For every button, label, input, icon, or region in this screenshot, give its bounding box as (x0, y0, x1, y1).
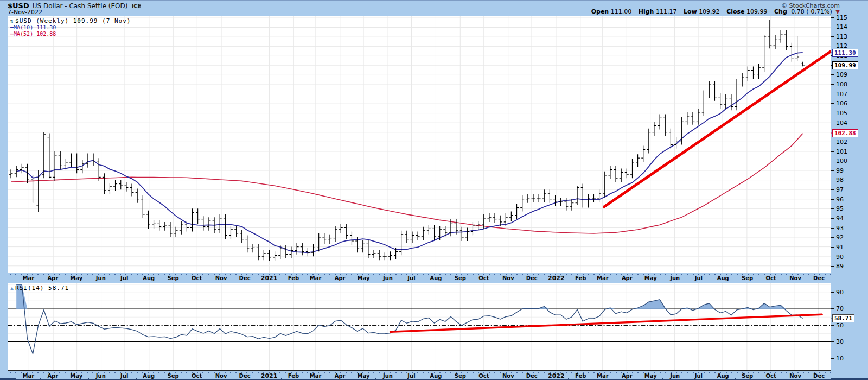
x-axis-month-label: May (65, 275, 88, 281)
x-axis-month-label: Apr (41, 373, 65, 379)
y-tick-label: 96 (836, 197, 844, 202)
y-tick-label: 70 (836, 306, 844, 312)
x-axis-month-label: Oct (185, 275, 209, 281)
chart-date: 7-Nov-2022 (8, 9, 42, 16)
x-axis-month-label: Jul (112, 275, 136, 281)
y-tick-label: 101 (836, 149, 847, 155)
price-series-icon: ⇅ (10, 18, 14, 24)
x-axis-month-label: Apr (41, 275, 65, 281)
x-axis-year-label: 2021 (257, 373, 281, 379)
x-axis-month-label: Dec (233, 373, 257, 379)
x-axis-month-label: Aug (424, 373, 448, 379)
rsi-legend: ▲RSI(14) 58.71 (10, 284, 69, 292)
y-tick (831, 27, 834, 27)
price-legend: ⇅$USD (Weekly) 109.99 (7 Nov) (10, 17, 131, 24)
stockcharts-chart: $USDUS Dollar - Cash Settle (EOD)ICE © S… (0, 0, 868, 380)
x-axis-month-label: May (639, 275, 662, 281)
x-axis-month-label: Nov (783, 275, 807, 281)
close-label: Close (726, 8, 744, 15)
x-axis-month-label: Sep (161, 275, 185, 281)
y-tick (831, 266, 834, 267)
y-tick (831, 358, 834, 359)
y-tick (831, 161, 834, 161)
x-axis-month-label: Mar (591, 373, 615, 379)
y-tick-label: 30 (836, 339, 844, 345)
x-axis-month-label: May (352, 373, 375, 379)
rsi-y-axis: 9070503010 (831, 283, 868, 371)
x-axis-month-label: May (65, 373, 88, 379)
x-axis-month-label: Feb (569, 373, 592, 379)
x-axis-month-label: Nov (783, 373, 807, 379)
low-value: 109.92 (699, 8, 720, 15)
x-axis-month-label: Feb (282, 275, 305, 281)
x-axis-month-label: Oct (472, 275, 496, 281)
ma52-legend-text: MA(52) 102.88 (14, 31, 56, 37)
x-axis-year-label: 2021 (257, 275, 281, 281)
y-tick-label: 98 (836, 177, 844, 183)
x-axis-month-label: Aug (424, 275, 448, 281)
x-axis-month-label: Jun (89, 275, 113, 281)
y-tick-label: 102 (836, 139, 847, 145)
x-axis-month-label: Nov (209, 275, 233, 281)
price-plot (8, 16, 831, 273)
y-tick (831, 84, 834, 85)
y-tick (831, 257, 834, 257)
x-axis-months-bottom: MarAprMayJunJulAugSepOctNovDec2021FebMar… (0, 371, 868, 378)
y-tick-label: 97 (836, 187, 844, 193)
x-axis-month-label: Jun (376, 275, 400, 281)
x-axis-month-label: Dec (233, 275, 257, 281)
rsi-panel: ▲RSI(14) 58.71 (8, 283, 831, 371)
x-axis-month-label: Jun (663, 373, 687, 379)
rsi-series-icon: ▲ (10, 285, 14, 291)
rsi-legend-text: RSI(14) 58.71 (15, 284, 69, 292)
x-axis-month-label: Nov (209, 373, 233, 379)
week-tick (10, 274, 11, 275)
x-axis-month-label: Aug (711, 275, 735, 281)
y-tick-label: 107 (836, 91, 847, 97)
x-axis-month-label: Dec (807, 373, 831, 379)
y-tick-label: 112 (836, 43, 847, 49)
x-axis-month-label: Nov (496, 275, 520, 281)
x-axis-month-label: Mar (304, 373, 328, 379)
x-axis-month-label: Apr (615, 373, 639, 379)
y-tick (831, 208, 834, 209)
y-tick-label: 95 (836, 206, 844, 212)
high-value: 111.17 (656, 8, 677, 15)
symbol-description: US Dollar - Cash Settle (EOD) (33, 2, 128, 10)
x-axis-month-label: Aug (711, 373, 735, 379)
x-axis-month-label: Jul (112, 373, 136, 379)
y-tick (831, 325, 834, 326)
open-label: Open (591, 8, 609, 15)
high-label: High (639, 8, 654, 15)
x-axis-month-label: Dec (807, 275, 831, 281)
x-axis-month-label: Aug (137, 373, 161, 379)
x-axis-month-label: Feb (282, 373, 305, 379)
x-axis-month-label: Jun (89, 373, 113, 379)
y-tick (831, 123, 834, 123)
y-tick-label: 92 (836, 235, 844, 240)
y-tick-label: 104 (836, 120, 847, 126)
x-axis-month-label: Apr (615, 275, 639, 281)
x-axis-month-label: May (352, 275, 375, 281)
y-tick-label: 94 (836, 216, 844, 221)
x-axis-month-label: Jul (400, 373, 424, 379)
x-axis-month-label: Jul (400, 275, 424, 281)
y-tick-label: 10 (836, 356, 844, 362)
y-tick (831, 292, 834, 293)
y-tick-label: 100 (836, 158, 847, 164)
x-axis-month-label: Jul (687, 373, 711, 379)
price-badge: 109.99 (832, 61, 858, 69)
y-tick-label: 90 (836, 254, 844, 260)
y-tick-label: 108 (836, 81, 847, 87)
ma10-legend-text: MA(10) 111.30 (14, 24, 56, 30)
y-tick-label: 50 (836, 322, 844, 328)
rsi-plot (8, 283, 831, 370)
y-tick (831, 308, 834, 309)
y-tick-label: 106 (836, 100, 847, 106)
x-axis-month-label: Mar (16, 373, 40, 379)
y-tick-label: 91 (836, 244, 844, 250)
close-value: 109.99 (746, 8, 768, 15)
ma10-badge: 111.30 (832, 49, 858, 57)
x-axis-month-label: Jun (376, 373, 400, 379)
y-tick-label: 105 (836, 110, 847, 116)
